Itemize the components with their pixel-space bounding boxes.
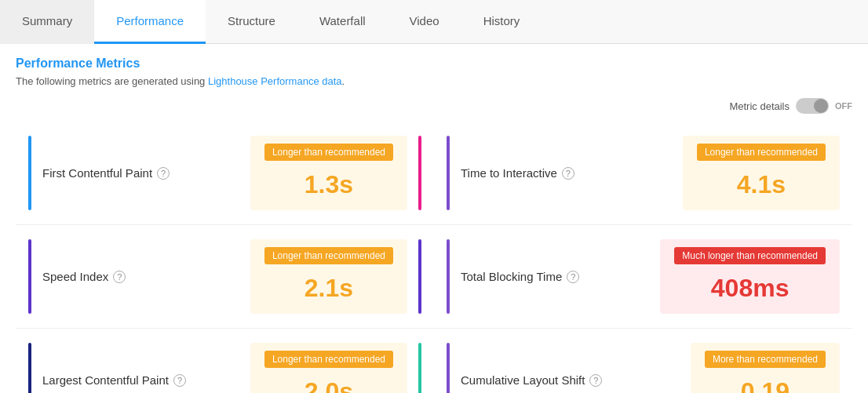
metric-number-tbt: 408ms — [674, 267, 826, 306]
metric-badge-tbt: Much longer than recommended — [674, 247, 826, 264]
metric-help-fcp[interactable]: ? — [157, 167, 170, 180]
metric-help-tbt[interactable]: ? — [567, 271, 579, 283]
metric-badge-cls: More than recommended — [705, 351, 826, 368]
metric-cell-fcp: First Contentful Paint?Longer than recom… — [16, 122, 434, 225]
metric-value-box-tbt: Much longer than recommended408ms — [660, 239, 840, 314]
tab-history[interactable]: History — [461, 0, 542, 44]
metric-border-cls — [447, 343, 450, 393]
desc-suffix: . — [342, 75, 345, 87]
metric-help-tti[interactable]: ? — [562, 167, 574, 180]
metric-help-si[interactable]: ? — [113, 271, 126, 283]
metric-name-fcp: First Contentful Paint? — [42, 166, 250, 180]
desc-prefix: The following metrics are generated usin… — [16, 75, 208, 87]
tab-structure[interactable]: Structure — [206, 0, 297, 44]
tabs-container: SummaryPerformanceStructureWaterfallVide… — [0, 0, 868, 44]
metric-border-tbt — [447, 239, 450, 314]
metric-name-lcp: Largest Contentful Paint? — [42, 373, 250, 387]
metric-number-si: 2.1s — [264, 267, 393, 306]
metric-value-box-si: Longer than recommended2.1s — [250, 239, 407, 314]
metric-value-box-lcp: Longer than recommended2.0s — [250, 343, 407, 393]
metric-name-tbt: Total Blocking Time? — [461, 270, 660, 283]
metric-cell-si: Speed Index?Longer than recommended2.1s — [16, 225, 434, 329]
lighthouse-link[interactable]: Lighthouse Performance data — [208, 75, 342, 87]
metric-name-si: Speed Index? — [42, 270, 250, 283]
section-description: The following metrics are generated usin… — [16, 75, 852, 87]
metric-badge-tti: Longer than recommended — [697, 144, 826, 161]
metric-value-box-fcp: Longer than recommended1.3s — [250, 136, 407, 210]
main-content: Performance Metrics The following metric… — [0, 44, 868, 393]
toggle-state-label: OFF — [835, 101, 852, 111]
metric-cell-tti: Time to Interactive?Longer than recommen… — [434, 122, 852, 225]
tab-performance[interactable]: Performance — [94, 0, 206, 44]
metric-border-fcp — [28, 136, 31, 210]
tab-waterfall[interactable]: Waterfall — [297, 0, 388, 44]
metrics-grid: First Contentful Paint?Longer than recom… — [16, 122, 852, 393]
metric-help-lcp[interactable]: ? — [173, 374, 186, 387]
metric-number-fcp: 1.3s — [264, 164, 393, 202]
metric-details-row: Metric details OFF — [16, 98, 852, 114]
metric-badge-fcp: Longer than recommended — [264, 144, 393, 161]
toggle-knob — [814, 99, 828, 113]
metric-divider-fcp — [418, 136, 421, 210]
metric-value-box-cls: More than recommended0.19 — [691, 343, 840, 393]
metric-border-si — [28, 239, 31, 314]
metric-cell-lcp: Largest Contentful Paint?Longer than rec… — [16, 329, 434, 393]
metric-number-tti: 4.1s — [697, 164, 826, 202]
metric-name-tti: Time to Interactive? — [461, 166, 683, 180]
tab-summary[interactable]: Summary — [0, 0, 94, 44]
metric-name-cls: Cumulative Layout Shift? — [461, 373, 691, 387]
metric-number-lcp: 2.0s — [264, 371, 393, 393]
metric-number-cls: 0.19 — [705, 371, 826, 393]
metric-divider-si — [418, 239, 421, 314]
metric-badge-si: Longer than recommended — [264, 247, 393, 264]
tab-bar: SummaryPerformanceStructureWaterfallVide… — [0, 0, 868, 44]
metric-divider-lcp — [418, 343, 421, 393]
metric-border-lcp — [28, 343, 31, 393]
metric-border-tti — [447, 136, 450, 210]
section-title: Performance Metrics — [16, 56, 852, 71]
metric-help-cls[interactable]: ? — [589, 374, 602, 387]
metric-details-toggle[interactable] — [796, 98, 829, 114]
metric-cell-tbt: Total Blocking Time?Much longer than rec… — [434, 225, 852, 329]
metric-cell-cls: Cumulative Layout Shift?More than recomm… — [434, 329, 852, 393]
metric-badge-lcp: Longer than recommended — [264, 351, 393, 368]
metric-value-box-tti: Longer than recommended4.1s — [683, 136, 840, 210]
metric-details-label: Metric details — [729, 100, 790, 112]
tab-video[interactable]: Video — [388, 0, 461, 44]
